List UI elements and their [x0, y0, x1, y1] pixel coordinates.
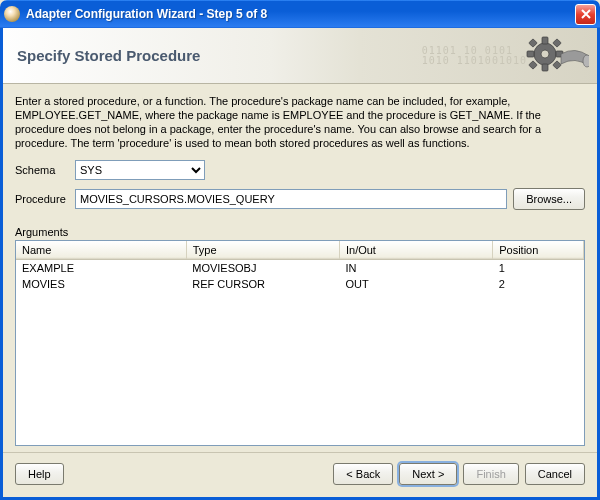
close-button[interactable] [575, 4, 596, 25]
svg-point-9 [541, 50, 549, 58]
help-button[interactable]: Help [15, 463, 64, 485]
arguments-table-container: Name Type In/Out Position EXAMPLE MOVIES… [15, 240, 585, 446]
svg-rect-3 [527, 51, 534, 57]
back-button[interactable]: < Back [333, 463, 393, 485]
cell-position: 1 [493, 260, 584, 277]
svg-rect-5 [529, 39, 537, 47]
cell-name: MOVIES [16, 276, 186, 292]
cell-inout: IN [339, 260, 492, 277]
banner-digits-decoration: 01101 10 0101 1010 1101001010 [422, 46, 527, 66]
arguments-table: Name Type In/Out Position EXAMPLE MOVIES… [16, 241, 584, 292]
titlebar: Adapter Configuration Wizard - Step 5 of… [0, 0, 600, 28]
schema-select[interactable]: SYS [75, 160, 205, 180]
cell-position: 2 [493, 276, 584, 292]
browse-button[interactable]: Browse... [513, 188, 585, 210]
col-header-type[interactable]: Type [186, 241, 339, 260]
schema-label: Schema [15, 164, 75, 176]
cell-inout: OUT [339, 276, 492, 292]
button-bar: Help < Back Next > Finish Cancel [3, 452, 597, 497]
cell-type: MOVIESOBJ [186, 260, 339, 277]
svg-point-10 [583, 55, 589, 67]
finish-button: Finish [463, 463, 518, 485]
cell-name: EXAMPLE [16, 260, 186, 277]
svg-rect-2 [542, 64, 548, 71]
arguments-label: Arguments [15, 226, 585, 238]
cell-type: REF CURSOR [186, 276, 339, 292]
description-text: Enter a stored procedure, or a function.… [15, 94, 585, 150]
wizard-banner: Specify Stored Procedure 01101 10 0101 1… [3, 28, 597, 84]
svg-rect-6 [553, 39, 561, 47]
svg-rect-7 [529, 61, 537, 69]
col-header-position[interactable]: Position [493, 241, 584, 260]
table-row[interactable]: EXAMPLE MOVIESOBJ IN 1 [16, 260, 584, 277]
procedure-label: Procedure [15, 193, 75, 205]
app-icon [4, 6, 20, 22]
svg-rect-1 [542, 37, 548, 44]
next-button[interactable]: Next > [399, 463, 457, 485]
col-header-inout[interactable]: In/Out [339, 241, 492, 260]
cancel-button[interactable]: Cancel [525, 463, 585, 485]
window-title: Adapter Configuration Wizard - Step 5 of… [26, 7, 575, 21]
table-row[interactable]: MOVIES REF CURSOR OUT 2 [16, 276, 584, 292]
gear-icon [517, 32, 589, 80]
page-title: Specify Stored Procedure [17, 47, 200, 64]
col-header-name[interactable]: Name [16, 241, 186, 260]
close-icon [581, 9, 591, 19]
procedure-input[interactable] [75, 189, 507, 209]
svg-rect-8 [553, 61, 561, 69]
